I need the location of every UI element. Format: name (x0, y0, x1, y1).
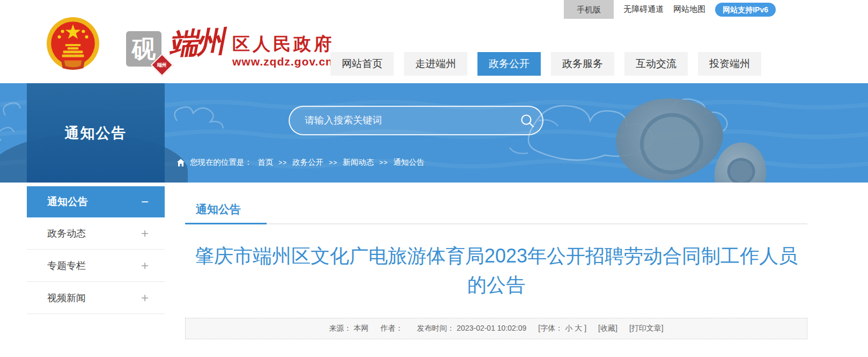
nav-item-home[interactable]: 网站首页 (330, 52, 394, 76)
breadcrumb-gov-info[interactable]: 政务公开 (292, 157, 323, 167)
nav-item-services[interactable]: 政务服务 (551, 52, 614, 76)
breadcrumb-notices[interactable]: 通知公告 (393, 157, 424, 167)
sidebar-item-video-news[interactable]: 视频新闻 + (27, 282, 165, 314)
meta-source: 来源： 本网 (329, 324, 369, 333)
collapse-minus-icon[interactable]: − (141, 194, 149, 209)
expand-plus-icon[interactable]: + (141, 290, 149, 305)
breadcrumb: 您现在的位置是： 首页 >> 政务公开 >> 新闻动态 >> 通知公告 (177, 157, 424, 167)
favorite-button[interactable]: [收藏] (598, 324, 617, 333)
print-button[interactable]: [打印文章] (629, 324, 664, 333)
sitemap-link[interactable]: 网站地图 (673, 4, 705, 14)
utility-bar: 手机版 无障碍通道 网站地图 网站支持IPv6 (564, 0, 776, 19)
meta-font-prefix: [字体： (538, 324, 563, 333)
breadcrumb-news[interactable]: 新闻动态 (343, 157, 374, 167)
font-larger-button[interactable]: 大 (575, 324, 582, 333)
home-icon (177, 159, 185, 166)
nav-item-gov-info[interactable]: 政务公开 (477, 52, 541, 76)
tab-divider (185, 223, 807, 224)
expand-plus-icon[interactable]: + (141, 258, 149, 273)
accessibility-link[interactable]: 无障碍通道 (623, 4, 664, 14)
meta-publish-time: 发布时间： 2023-02-01 10:02:09 (417, 324, 526, 333)
breadcrumb-home[interactable]: 首页 (258, 157, 273, 167)
breadcrumb-separator: >> (278, 159, 287, 166)
meta-author-label: 作者： (380, 324, 403, 333)
sidebar-item-label: 通知公告 (47, 195, 88, 209)
mobile-version-link[interactable]: 手机版 (564, 0, 614, 19)
content-tab-bar: 通知公告 (185, 193, 807, 224)
search-input[interactable] (290, 107, 512, 134)
search-icon (519, 113, 535, 129)
tab-active-underline (185, 223, 267, 224)
site-name-block: 区人民政府 www.zqdz.gov.cn (232, 34, 334, 68)
tab-notices[interactable]: 通知公告 (196, 202, 241, 217)
site-name: 区人民政府 (232, 34, 334, 54)
sidebar-item-gov-news[interactable]: 政务动态 + (27, 217, 165, 250)
ipv6-badge[interactable]: 网站支持IPv6 (715, 3, 776, 17)
sidebar-item-notices[interactable]: 通知公告 − (27, 186, 165, 217)
meta-source-label: 来源： (329, 324, 351, 333)
meta-author: 作者： (380, 324, 405, 333)
article-title: 肇庆市端州区文化广电旅游体育局2023年公开招聘劳动合同制工作人员的公告 (192, 242, 801, 300)
expand-plus-icon[interactable]: + (141, 226, 149, 241)
search-box (289, 106, 543, 135)
search-button[interactable] (512, 107, 542, 134)
seal-character: 砚 (132, 33, 156, 65)
page: 手机版 无障碍通道 网站地图 网站支持IPv6 砚 (0, 0, 868, 357)
sidebar-header: 通知公告 (27, 83, 165, 183)
inkstone-seal-logo: 砚 端州 (126, 31, 161, 67)
meta-source-value: 本网 (354, 324, 369, 333)
article-meta-bar: 来源： 本网 作者： 发布时间： 2023-02-01 10:02:09 [字体… (185, 318, 807, 339)
nav-item-interaction[interactable]: 互动交流 (624, 52, 688, 76)
meta-font-size: [字体： 小 大 ] (538, 324, 586, 333)
sidebar-item-label: 视频新闻 (47, 292, 86, 304)
site-logo[interactable]: 砚 端州 端州 区人民政府 www.zqdz.gov.cn (46, 16, 334, 72)
section-banner: 通知公告 (0, 83, 868, 183)
sidebar-item-special-topics[interactable]: 专题专栏 + (27, 250, 165, 282)
site-url: www.zqdz.gov.cn (232, 55, 334, 68)
national-emblem-icon (46, 16, 100, 72)
main-content: 通知公告 肇庆市端州区文化广电旅游体育局2023年公开招聘劳动合同制工作人员的公… (185, 193, 807, 339)
meta-time-label: 发布时间： (417, 324, 454, 333)
font-smaller-button[interactable]: 小 (565, 324, 572, 333)
section-title: 通知公告 (65, 123, 127, 143)
meta-font-suffix: ] (584, 324, 586, 333)
breadcrumb-prefix: 您现在的位置是： (190, 157, 252, 167)
meta-time-value: 2023-02-01 10:02:09 (457, 324, 526, 333)
nav-item-about[interactable]: 走进端州 (404, 52, 467, 76)
sidebar-menu: 通知公告 − 政务动态 + 专题专栏 + 视频新闻 + (27, 186, 165, 314)
breadcrumb-separator: >> (379, 159, 388, 166)
sidebar-item-label: 政务动态 (47, 227, 86, 240)
site-calligraphy: 端州 (168, 26, 224, 58)
breadcrumb-separator: >> (329, 159, 337, 166)
nav-item-invest[interactable]: 投资端州 (698, 52, 761, 76)
sidebar-item-label: 专题专栏 (47, 259, 86, 272)
main-nav: 网站首页 走进端州 政务公开 政务服务 互动交流 投资端州 (330, 52, 761, 76)
red-stamp-text: 端州 (157, 63, 167, 68)
